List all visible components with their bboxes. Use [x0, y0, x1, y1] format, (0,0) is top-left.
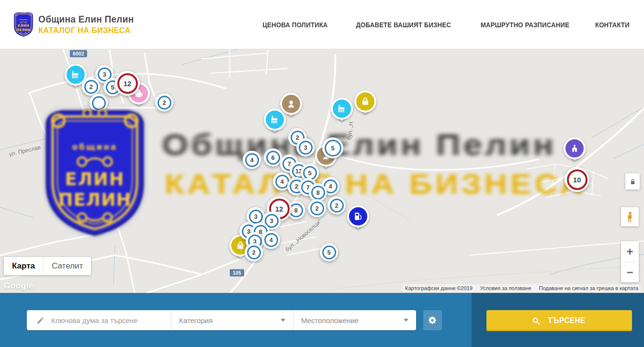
cluster-marker[interactable]: 4 — [243, 151, 261, 169]
road-number-badge: 6002 — [70, 50, 87, 57]
cluster-count: 3 — [249, 210, 263, 224]
zoom-control: + − — [621, 241, 639, 282]
cluster-marker[interactable]: 6 — [264, 148, 282, 167]
advanced-search-settings-button[interactable] — [423, 310, 442, 330]
cluster-marker[interactable]: 10 — [565, 167, 589, 192]
street-view-pegman-button[interactable] — [621, 207, 639, 226]
municipality-crest-logo — [13, 11, 34, 38]
worker-icon — [286, 99, 296, 109]
pin-factory-marker[interactable] — [331, 98, 353, 126]
pin-shopping-marker[interactable] — [354, 90, 376, 119]
search-icon — [531, 316, 541, 325]
factory-icon — [70, 69, 81, 80]
cluster-marker[interactable]: 5 — [322, 137, 343, 158]
cluster-count — [92, 96, 106, 110]
category-dropdown-label: Категория — [179, 316, 213, 325]
gear-icon — [428, 315, 438, 325]
pin-circle — [264, 109, 286, 131]
search-submit-button[interactable]: ТЪРСЕНЕ — [486, 310, 632, 331]
main-nav: ЦЕНОВА ПОЛИТИКА ДОБАВЕТЕ ВАШИЯТ БИЗНЕС М… — [258, 0, 632, 49]
keyword-search-input[interactable] — [50, 316, 171, 325]
search-submit-label: ТЪРСЕНЕ — [548, 316, 585, 325]
cluster-marker[interactable]: 2 — [308, 199, 326, 217]
app-header: Община Елин Пелин КАТАЛОГ НА БИЗНЕСА ЦЕН… — [0, 0, 644, 49]
google-logo[interactable]: Google — [4, 281, 34, 291]
bag-icon — [360, 96, 371, 107]
brand-link[interactable]: Община Елин Пелин КАТАЛОГ НА БИЗНЕСА — [13, 11, 138, 38]
pin-church-marker[interactable] — [564, 137, 586, 166]
nav-item-add-business[interactable]: ДОБАВЕТЕ ВАШИЯТ БИЗНЕС — [356, 21, 451, 29]
location-dropdown-label: Местоположение — [301, 316, 359, 325]
cluster-marker[interactable]: 2 — [245, 243, 263, 261]
lock-icon — [629, 178, 637, 186]
cluster-count: 2 — [158, 96, 171, 110]
pegman-icon — [624, 210, 636, 224]
search-fields-group: Категория Местоположение — [27, 310, 416, 330]
nav-item-contacts[interactable]: КОНТАКТИ — [595, 21, 630, 29]
pin-circle — [347, 205, 369, 227]
cluster-count: 4 — [245, 153, 259, 167]
attribution-copyright: Картографски данни ©2019 — [405, 285, 473, 291]
cluster-count: 6 — [266, 151, 280, 165]
cluster-count: 5 — [322, 246, 336, 259]
cluster-count: 2 — [84, 80, 98, 94]
chevron-down-icon — [281, 319, 285, 322]
map-type-control: Карта Сателит — [4, 257, 91, 275]
pin-factory-marker[interactable] — [264, 109, 286, 137]
factory-icon — [337, 103, 347, 114]
cluster-count: 5 — [303, 166, 317, 180]
pin-fuel-station-marker[interactable] — [347, 205, 369, 234]
zoom-out-button[interactable]: − — [621, 262, 639, 282]
site-title: Община Елин Пелин — [38, 14, 134, 25]
road-number-badge: 105 — [230, 269, 244, 277]
factory-icon — [270, 114, 280, 125]
bag-icon — [235, 240, 246, 251]
cluster-count: 3 — [299, 141, 313, 155]
map-attribution: Картографски данни ©2019 Условия за полз… — [403, 284, 641, 292]
cluster-count: 5 — [325, 140, 341, 157]
pencil-icon — [36, 316, 45, 325]
cluster-marker[interactable]: 3 — [296, 138, 315, 157]
cluster-marker[interactable]: 2 — [155, 93, 173, 112]
report-map-error-link[interactable]: Подаване на сигнал за грешка в картата — [539, 285, 638, 291]
category-dropdown[interactable]: Категория — [171, 310, 293, 330]
nav-item-bus-schedule[interactable]: МАРШРУТНО РАЗПИСАНИЕ — [481, 21, 569, 29]
cluster-marker[interactable] — [90, 94, 108, 112]
cluster-marker[interactable]: 2 — [328, 196, 346, 214]
fuel-icon — [353, 211, 363, 222]
cluster-count: 8 — [311, 186, 325, 200]
cluster-marker[interactable]: 4 — [262, 231, 280, 249]
cluster-count: 2 — [310, 201, 324, 215]
cluster-marker[interactable]: 2 — [82, 78, 100, 96]
cluster-count: 4 — [264, 233, 278, 247]
map-type-satellite-button[interactable]: Сателит — [43, 257, 91, 275]
lock-button[interactable] — [625, 173, 640, 190]
pin-circle — [564, 137, 586, 159]
cluster-count: 10 — [567, 169, 588, 190]
keyword-field-wrap — [27, 310, 171, 330]
terms-of-use-link[interactable]: Условия за ползване — [480, 285, 531, 291]
cluster-count: 12 — [117, 73, 138, 94]
church-icon — [569, 143, 580, 154]
cluster-marker[interactable]: 5 — [320, 243, 338, 261]
pin-circle — [354, 90, 376, 112]
zoom-in-button[interactable]: + — [621, 242, 639, 262]
map-type-map-button[interactable]: Карта — [4, 257, 43, 275]
site-subtitle: КАТАЛОГ НА БИЗНЕСА — [38, 26, 134, 35]
pin-circle — [331, 98, 353, 120]
cluster-count: 2 — [247, 246, 261, 259]
cluster-marker[interactable]: 12 — [115, 71, 140, 96]
location-dropdown[interactable]: Местоположение — [293, 310, 416, 330]
cluster-count: 2 — [330, 199, 344, 213]
nav-item-pricing[interactable]: ЦЕНОВА ПОЛИТИКА — [262, 21, 328, 29]
map-canvas[interactable]: ул. Преславбул. „Новоселци“бул. „Н 60021… — [0, 49, 644, 293]
search-bar: Категория Местоположение ТЪРСЕНЕ — [0, 293, 644, 347]
chevron-down-icon — [404, 319, 408, 322]
